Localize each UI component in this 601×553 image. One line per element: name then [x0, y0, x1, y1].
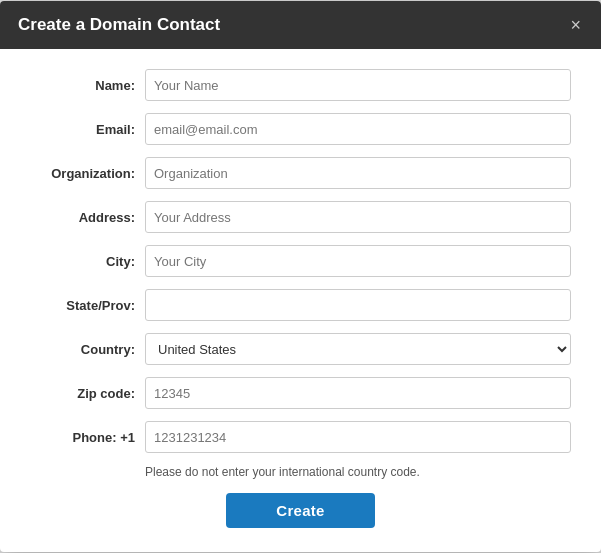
dialog-header: Create a Domain Contact ×: [0, 1, 601, 49]
dialog-body: Name: Email: Organization: Address: City…: [0, 49, 601, 552]
organization-row: Organization:: [30, 157, 571, 189]
hint-text: Please do not enter your international c…: [145, 465, 571, 479]
address-row: Address:: [30, 201, 571, 233]
state-row: State/Prov:: [30, 289, 571, 321]
name-label: Name:: [30, 78, 145, 93]
hint-spacer: [30, 465, 145, 479]
country-select[interactable]: United States Canada United Kingdom Aust…: [145, 333, 571, 365]
create-button[interactable]: Create: [226, 493, 375, 528]
email-label: Email:: [30, 122, 145, 137]
city-input[interactable]: [145, 245, 571, 277]
button-row: Create: [30, 493, 571, 528]
address-input[interactable]: [145, 201, 571, 233]
dialog-title: Create a Domain Contact: [18, 15, 220, 35]
create-domain-contact-dialog: Create a Domain Contact × Name: Email: O…: [0, 1, 601, 552]
state-label: State/Prov:: [30, 298, 145, 313]
zipcode-row: Zip code:: [30, 377, 571, 409]
name-input[interactable]: [145, 69, 571, 101]
phone-input[interactable]: [145, 421, 571, 453]
country-label: Country:: [30, 342, 145, 357]
organization-label: Organization:: [30, 166, 145, 181]
phone-row: Phone: +1: [30, 421, 571, 453]
email-input[interactable]: [145, 113, 571, 145]
address-label: Address:: [30, 210, 145, 225]
close-button[interactable]: ×: [568, 16, 583, 34]
city-row: City:: [30, 245, 571, 277]
name-row: Name:: [30, 69, 571, 101]
state-input[interactable]: [145, 289, 571, 321]
city-label: City:: [30, 254, 145, 269]
hint-row: Please do not enter your international c…: [30, 465, 571, 479]
organization-input[interactable]: [145, 157, 571, 189]
phone-label: Phone: +1: [30, 430, 145, 445]
email-row: Email:: [30, 113, 571, 145]
country-row: Country: United States Canada United Kin…: [30, 333, 571, 365]
zipcode-input[interactable]: [145, 377, 571, 409]
zipcode-label: Zip code:: [30, 386, 145, 401]
